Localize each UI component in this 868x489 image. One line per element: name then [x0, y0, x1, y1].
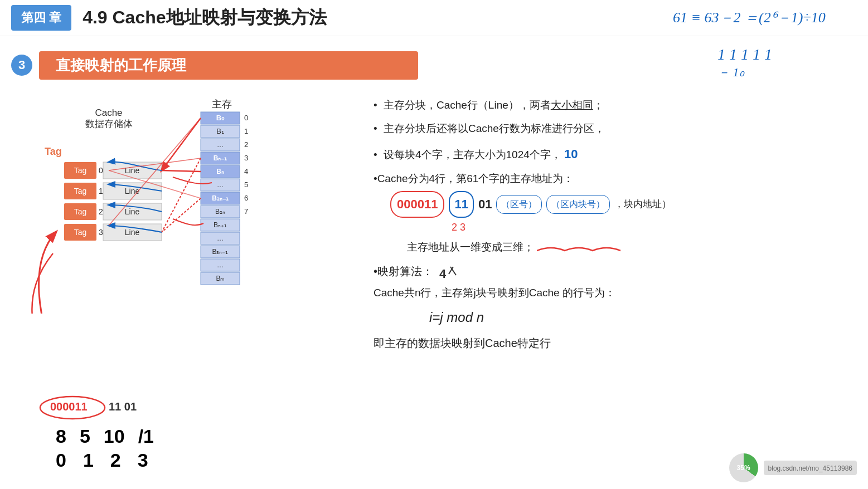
- section-title: 直接映射的工作原理: [39, 51, 418, 80]
- svg-text:1  1  1  1  1: 1 1 1 1 1: [717, 46, 772, 63]
- svg-text:3: 3: [99, 228, 103, 237]
- svg-text:2: 2: [99, 207, 103, 216]
- bullet-4-line: •Cache分为4行，第61个字的主存地址为：: [374, 170, 846, 188]
- svg-text:6: 6: [244, 194, 248, 202]
- svg-line-62: [162, 170, 201, 172]
- svg-line-64: [162, 198, 201, 232]
- svg-text:Line: Line: [125, 187, 140, 195]
- svg-text:4: 4: [244, 167, 248, 175]
- svg-text:000011: 000011: [50, 400, 88, 413]
- diagram-area: Cache 数据存储体 Tag Tag 0 Line Tag 1 Line Ta…: [11, 96, 357, 489]
- address-annotation: 000011 11 01: [39, 394, 229, 424]
- svg-text:Tag: Tag: [74, 207, 87, 216]
- section-number: 3: [11, 55, 32, 76]
- svg-text:0: 0: [244, 114, 248, 122]
- mapping-label: •映射算法： 4: [374, 262, 846, 281]
- svg-text:2: 2: [244, 140, 248, 149]
- svg-text:…: …: [217, 234, 224, 242]
- svg-text:B₃ₙ₋₁: B₃ₙ₋₁: [212, 248, 228, 256]
- bottom-right-bar: 35% blog.csdn.net/mo_45113986: [729, 453, 857, 482]
- svg-text:Line: Line: [125, 228, 140, 237]
- svg-text:1: 1: [244, 127, 248, 135]
- svg-text:Bₙ: Bₙ: [216, 168, 224, 175]
- mapping-description: Cache共n行，主存第j块号映射到Cache 的行号为：: [374, 284, 846, 302]
- cache-diagram-svg: Cache 数据存储体 Tag Tag 0 Line Tag 1 Line Ta…: [11, 96, 334, 314]
- svg-text:5: 5: [244, 180, 248, 189]
- svg-text:Line: Line: [125, 207, 140, 216]
- svg-text:Tag: Tag: [74, 187, 87, 195]
- bullet-2: 主存分块后还将以Cache行数为标准进行分区，: [374, 120, 846, 138]
- address-red-bits: 000011: [390, 191, 444, 217]
- addr-label: ，块内地址）: [614, 197, 671, 213]
- main-content: Cache 数据存储体 Tag Tag 0 Line Tag 1 Line Ta…: [0, 96, 868, 489]
- svg-text:3: 3: [244, 154, 248, 162]
- progress-circle: 35%: [729, 453, 758, 482]
- svg-text:B₂ₙ₋₁: B₂ₙ₋₁: [212, 194, 229, 202]
- svg-text:Tag: Tag: [74, 166, 87, 175]
- svg-text:B₀: B₀: [216, 114, 225, 122]
- zone-label: （区号）: [496, 195, 542, 213]
- svg-text:Bₙ₊₁: Bₙ₊₁: [214, 221, 227, 229]
- svg-text:61 ≡ 63－2 ＝(2⁶－1)÷10: 61 ≡ 63－2 ＝(2⁶－1)÷10: [673, 9, 826, 26]
- bottom-row-2: 0 1 2 3: [56, 449, 154, 471]
- watermark: blog.csdn.net/mo_45113986: [764, 461, 857, 475]
- address-display: 000011 11 01 （区号） （区内块号） ，块内地址）: [390, 191, 846, 217]
- svg-text:数据存储体: 数据存储体: [85, 119, 133, 129]
- formula-ij: i=j mod n: [429, 306, 846, 329]
- bottom-numbers-area: 8 5 10 /1 0 1 2 3: [56, 426, 154, 471]
- svg-text:Cache: Cache: [95, 107, 122, 118]
- page-title: 4.9 Cache地址映射与变换方法: [83, 6, 667, 30]
- svg-text:－            1₀: － 1₀: [717, 65, 745, 79]
- svg-text:0: 0: [99, 166, 103, 175]
- svg-text:4: 4: [439, 267, 447, 281]
- handwritten-top-right: 1 1 1 1 1 － 1₀: [712, 43, 857, 87]
- text-area: 主存分块，Cache行（Line），两者大小相同； 主存分块后还将以Cache行…: [357, 96, 857, 489]
- svg-text:主存: 主存: [212, 99, 232, 110]
- section-heading: 3 直接映射的工作原理 1 1 1 1 1 － 1₀: [11, 43, 857, 87]
- svg-text:…: …: [217, 261, 224, 269]
- header: 第四 章 4.9 Cache地址映射与变换方法 61 ≡ 63－2 ＝(2⁶－1…: [0, 0, 868, 36]
- svg-line-63: [162, 158, 201, 232]
- bullet-3: 设每块4个字，主存大小为1024个字， 10: [374, 144, 846, 164]
- chapter-badge: 第四 章: [11, 5, 71, 31]
- svg-text:B₂ₙ: B₂ₙ: [215, 208, 225, 216]
- block-label: （区内块号）: [546, 195, 610, 213]
- svg-text:Bₘ: Bₘ: [216, 275, 224, 282]
- bottom-row-1: 8 5 10 /1: [56, 426, 154, 447]
- address-blue-bits: 11: [449, 191, 473, 217]
- bullet-1: 主存分块，Cache行（Line），两者大小相同；: [374, 96, 846, 114]
- address-01: 01: [478, 194, 492, 214]
- svg-text:B₁: B₁: [216, 127, 224, 135]
- svg-text:7: 7: [244, 207, 248, 216]
- address-note: 主存地址从一维变成三维；: [407, 238, 846, 256]
- svg-text:…: …: [217, 181, 224, 189]
- formula-annotation: 61 ≡ 63－2 ＝(2⁶－1)÷10: [667, 0, 857, 36]
- address-oval: 000011 11 01: [39, 394, 229, 422]
- svg-text:…: …: [217, 141, 224, 149]
- svg-text:1: 1: [99, 187, 103, 195]
- svg-text:Bₙ₋₁: Bₙ₋₁: [214, 154, 227, 162]
- superscript-annotations: 2 3: [390, 219, 846, 236]
- svg-text:Tag: Tag: [74, 228, 87, 237]
- svg-text:Tag: Tag: [45, 146, 62, 157]
- conclusion: 即主存的数据块映射到Cache特定行: [374, 334, 846, 353]
- svg-text:11  01: 11 01: [109, 400, 137, 413]
